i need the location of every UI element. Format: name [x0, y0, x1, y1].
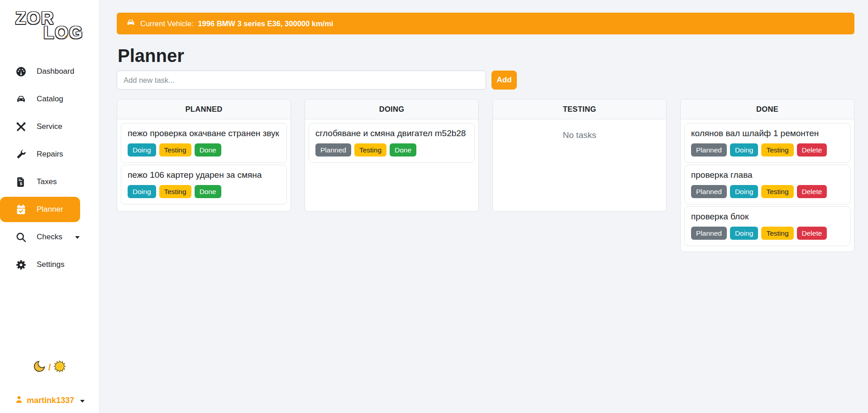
sidebar-item-dashboard[interactable]: Dashboard — [0, 59, 99, 84]
sidebar-item-planner[interactable]: Planner — [0, 197, 80, 222]
delete-task-button[interactable]: Delete — [797, 143, 827, 157]
sidebar-item-label: Service — [37, 122, 62, 131]
move-to-doing-button[interactable]: Doing — [128, 143, 156, 157]
search-icon — [15, 232, 27, 243]
move-to-doing-button[interactable]: Doing — [730, 227, 758, 240]
task-actions: PlannedDoingTestingDelete — [691, 143, 844, 157]
page-title: Planner — [118, 46, 854, 66]
move-to-doing-button[interactable]: Doing — [730, 143, 758, 157]
move-to-planned-button[interactable]: Planned — [691, 143, 727, 157]
task-text: пежо 106 картер ударен за смяна — [128, 170, 280, 180]
column-header: PLANNED — [117, 100, 291, 119]
main-content: Current Vehicle: 1996 BMW 3 series E36, … — [100, 0, 868, 413]
column-header: TESTING — [493, 100, 666, 119]
sun-icon[interactable] — [53, 360, 67, 375]
new-task-form: Add — [117, 71, 854, 90]
column-body: пежо проверка окачване странен звукDoing… — [117, 119, 291, 211]
task-actions: DoingTestingDone — [128, 143, 280, 157]
sidebar-item-label: Repairs — [37, 150, 63, 159]
sidebar-footer: / martink1337 — [0, 360, 99, 413]
user-icon — [14, 395, 24, 406]
chevron-down-icon — [75, 236, 80, 239]
column-body: No tasks — [493, 119, 666, 211]
column-header: DOING — [305, 100, 478, 119]
move-to-done-button[interactable]: Done — [390, 143, 416, 157]
delete-task-button[interactable]: Delete — [797, 227, 827, 240]
move-to-planned-button[interactable]: Planned — [691, 185, 727, 198]
app-logo: ZOR LOG — [15, 9, 88, 49]
banner-vehicle: 1996 BMW 3 series E36, 300000 km/mi — [198, 19, 333, 28]
delete-task-button[interactable]: Delete — [797, 185, 827, 198]
sidebar-item-label: Checks — [37, 233, 62, 242]
move-to-doing-button[interactable]: Doing — [730, 185, 758, 198]
calendar-check-icon — [15, 204, 27, 215]
sidebar-item-checks[interactable]: Checks — [0, 224, 99, 250]
user-name: martink1337 — [27, 396, 74, 405]
sidebar-item-label: Taxes — [37, 177, 57, 186]
task-actions: DoingTestingDone — [128, 185, 280, 198]
task-text: колянов вал шлайф 1 ремонтен — [691, 128, 844, 138]
sidebar-item-settings[interactable]: Settings — [0, 252, 99, 277]
sidebar: ZOR LOG DashboardCatalogServiceRepairs$T… — [0, 0, 100, 413]
move-to-planned-button[interactable]: Planned — [691, 227, 727, 240]
theme-toggle: / — [0, 360, 99, 375]
banner-prefix: Current Vehicle: — [140, 19, 193, 28]
gear-icon — [15, 259, 27, 271]
move-to-testing-button[interactable]: Testing — [761, 227, 793, 240]
task-text: пежо проверка окачване странен звук — [128, 128, 280, 138]
screwdriver-wrench-icon — [15, 121, 27, 133]
theme-separator: / — [48, 362, 51, 373]
task-text: сглобяване и смяна двигател m52b28 — [315, 128, 468, 138]
car-icon — [126, 18, 136, 29]
new-task-input[interactable] — [117, 71, 486, 90]
chevron-down-icon — [80, 400, 85, 403]
gauge-icon — [15, 66, 27, 77]
current-vehicle-banner: Current Vehicle: 1996 BMW 3 series E36, … — [117, 13, 854, 34]
move-to-testing-button[interactable]: Testing — [761, 185, 793, 198]
svg-text:$: $ — [20, 181, 23, 186]
sidebar-item-repairs[interactable]: Repairs — [0, 142, 99, 167]
sidebar-item-label: Catalog — [37, 95, 63, 104]
sidebar-item-label: Planner — [37, 205, 63, 214]
sidebar-item-service[interactable]: Service — [0, 114, 99, 139]
kanban-board: PLANNEDпежо проверка окачване странен зв… — [117, 99, 854, 252]
task-card: проверка главаPlannedDoingTestingDelete — [684, 165, 850, 204]
sidebar-item-catalog[interactable]: Catalog — [0, 86, 99, 112]
move-to-done-button[interactable]: Done — [195, 143, 221, 157]
move-to-testing-button[interactable]: Testing — [159, 185, 191, 198]
moon-icon[interactable] — [33, 360, 46, 375]
move-to-doing-button[interactable]: Doing — [128, 185, 156, 198]
task-actions: PlannedTestingDone — [315, 143, 468, 157]
logo-text-bottom: LOG — [43, 24, 83, 41]
user-menu[interactable]: martink1337 — [0, 395, 99, 406]
column-body: колянов вал шлайф 1 ремонтенPlannedDoing… — [681, 119, 854, 252]
task-card: пежо проверка окачване странен звукDoing… — [121, 123, 287, 163]
add-task-button[interactable]: Add — [491, 71, 517, 90]
car-icon — [15, 94, 27, 105]
sidebar-item-label: Dashboard — [37, 67, 74, 76]
task-text: проверка глава — [691, 170, 844, 180]
sidebar-item-taxes[interactable]: $Taxes — [0, 169, 99, 195]
file-invoice-dollar-icon: $ — [15, 176, 27, 188]
move-to-testing-button[interactable]: Testing — [354, 143, 386, 157]
move-to-testing-button[interactable]: Testing — [761, 143, 793, 157]
sidebar-item-label: Settings — [37, 260, 64, 269]
column-done: DONEколянов вал шлайф 1 ремонтенPlannedD… — [680, 99, 854, 252]
move-to-planned-button[interactable]: Planned — [315, 143, 351, 157]
column-doing: DOINGсглобяване и смяна двигател m52b28P… — [305, 99, 479, 212]
task-actions: PlannedDoingTestingDelete — [691, 227, 844, 240]
column-testing: TESTINGNo tasks — [492, 99, 667, 212]
task-text: проверка блок — [691, 212, 844, 222]
move-to-done-button[interactable]: Done — [195, 185, 221, 198]
task-card: колянов вал шлайф 1 ремонтенPlannedDoing… — [684, 123, 850, 163]
empty-column-text: No tasks — [496, 123, 663, 140]
column-body: сглобяване и смяна двигател m52b28Planne… — [305, 119, 478, 211]
wrench-icon — [15, 149, 27, 160]
column-planned: PLANNEDпежо проверка окачване странен зв… — [117, 99, 291, 212]
sidebar-nav: DashboardCatalogServiceRepairs$TaxesPlan… — [0, 59, 99, 280]
task-card: пежо 106 картер ударен за смянаDoingTest… — [121, 165, 287, 204]
move-to-testing-button[interactable]: Testing — [159, 143, 191, 157]
task-card: сглобяване и смяна двигател m52b28Planne… — [309, 123, 475, 163]
task-card: проверка блокPlannedDoingTestingDelete — [684, 206, 850, 246]
app-root: ZOR LOG DashboardCatalogServiceRepairs$T… — [0, 0, 868, 413]
